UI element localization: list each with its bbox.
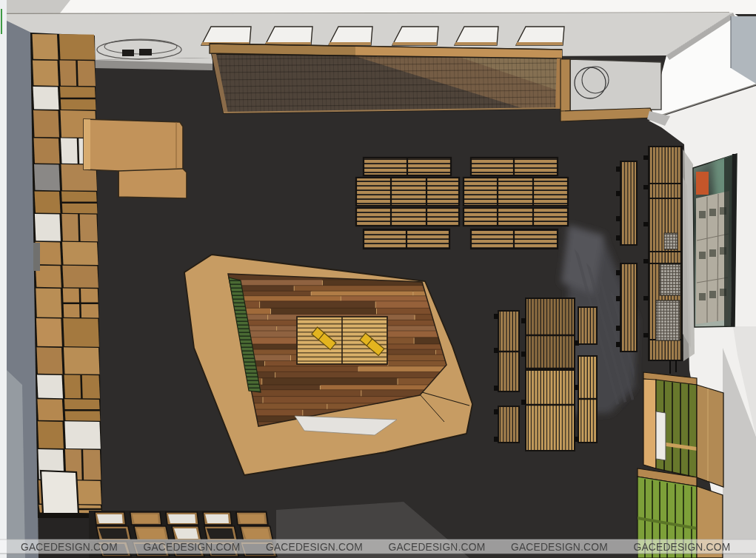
svg-text:GACEDESIGN.COM: GACEDESIGN.COM	[511, 542, 608, 553]
svg-text:GACEDESIGN.COM: GACEDESIGN.COM	[634, 542, 731, 553]
svg-text:GACEDESIGN.COM: GACEDESIGN.COM	[266, 542, 363, 553]
svg-text:GACEDESIGN.COM: GACEDESIGN.COM	[389, 542, 486, 553]
svg-text:GACEDESIGN.COM: GACEDESIGN.COM	[21, 542, 118, 553]
svg-text:GACEDESIGN.COM: GACEDESIGN.COM	[144, 542, 241, 553]
